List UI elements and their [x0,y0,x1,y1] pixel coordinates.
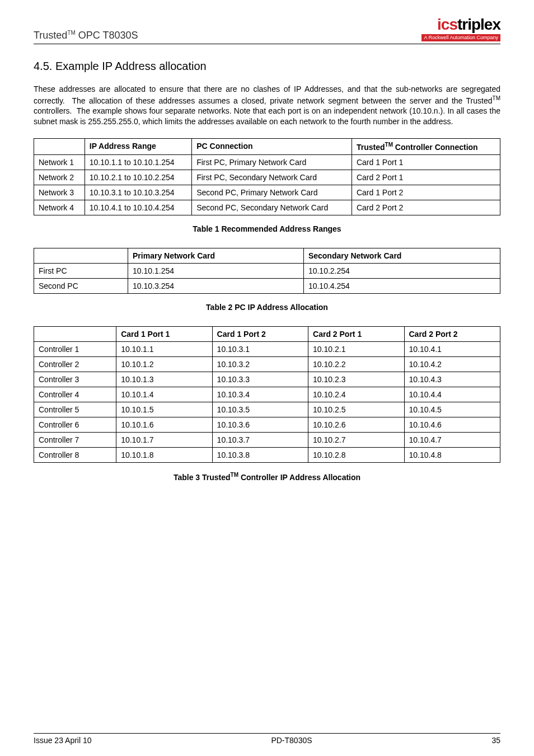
table-row: Controller 610.10.1.610.10.3.610.10.2.61… [34,417,500,432]
table-row: First PC10.10.1.25410.10.2.254 [34,263,500,278]
table-cell: Network 4 [34,200,85,215]
col-pc-conn: PC Connection [192,139,352,155]
table-row: Controller 810.10.1.810.10.3.810.10.2.81… [34,447,500,462]
table-cell: 10.10.2.3 [308,372,404,387]
table-cell: 10.10.4.3 [404,372,500,387]
table-cell: 10.10.3.1 [212,341,308,356]
page-header: TrustedTM OPC T8030S icstriplex A Rockwe… [34,17,500,44]
table-cell: 10.10.4.4 [404,387,500,402]
table-cell: 10.10.1.5 [116,402,212,417]
logo-tagline: A Rockwell Automation Company [421,34,500,41]
table-cell: Card 2 Port 2 [352,200,500,215]
col-c1p1: Card 1 Port 1 [116,326,212,341]
table-cell: 10.10.2.5 [308,402,404,417]
tm-mark: TM [67,30,75,36]
table-pc-allocation: Primary Network Card Secondary Network C… [34,248,500,294]
brand-logo: icstriplex A Rockwell Automation Company [421,17,500,41]
table-cell: 10.10.3.3 [212,372,308,387]
table-cell: 10.10.2.2 [308,356,404,372]
header-product: TrustedTM OPC T8030S [34,30,138,41]
table-cell: 10.10.1.3 [116,372,212,387]
table1-caption: Table 1 Recommended Address Ranges [34,224,500,233]
table-row: Controller 510.10.1.510.10.3.510.10.2.51… [34,402,500,417]
col-controller-conn: TrustedTM Controller Connection [352,139,500,155]
table-cell: 10.10.4.6 [404,417,500,432]
table-row: Network 410.10.4.1 to 10.10.4.254Second … [34,200,500,215]
table-cell: Network 3 [34,185,85,200]
col-c2p2: Card 2 Port 2 [404,326,500,341]
table-cell: 10.10.3.254 [128,278,304,293]
table-cell: 10.10.4.1 to 10.10.4.254 [85,200,191,215]
table-cell: First PC, Secondary Network Card [192,170,352,185]
product-suffix: OPC T8030S [76,30,138,41]
logo-triplex: triplex [457,16,500,33]
table-row: Network 110.10.1.1 to 10.10.1.254First P… [34,154,500,170]
table-cell: Controller 1 [34,341,116,356]
table-cell: Controller 2 [34,356,116,372]
table-cell: 10.10.4.5 [404,402,500,417]
table-cell: 10.10.1.1 [116,341,212,356]
table2-caption: Table 2 PC IP Address Allocation [34,303,500,312]
footer-doc: PD-T8030S [271,736,312,745]
table-cell: 10.10.1.1 to 10.10.1.254 [85,154,191,170]
table-cell: 10.10.1.4 [116,387,212,402]
table-row: Network 310.10.3.1 to 10.10.3.254Second … [34,185,500,200]
table-cell: Card 2 Port 1 [352,170,500,185]
table-cell: 10.10.3.5 [212,402,308,417]
table-cell: 10.10.1.6 [116,417,212,432]
col-blank [34,326,116,341]
table-cell: 10.10.1.7 [116,432,212,447]
table-row: Controller 210.10.1.210.10.3.210.10.2.21… [34,356,500,372]
table-cell: 10.10.3.6 [212,417,308,432]
table-cell: 10.10.2.7 [308,432,404,447]
col-c2p1: Card 2 Port 1 [308,326,404,341]
table3-caption: Table 3 TrustedTM Controller IP Address … [34,472,500,482]
page-footer: Issue 23 April 10 PD-T8030S 35 [34,733,500,745]
footer-issue: Issue 23 April 10 [34,736,92,745]
table-cell: Controller 3 [34,372,116,387]
footer-page: 35 [491,736,500,745]
table2-body: First PC10.10.1.25410.10.2.254Second PC1… [34,263,500,293]
table-cell: 10.10.4.8 [404,447,500,462]
table-address-ranges: IP Address Range PC Connection TrustedTM… [34,138,500,215]
col-blank [34,248,128,263]
table-cell: 10.10.2.1 [308,341,404,356]
table-header-row: IP Address Range PC Connection TrustedTM… [34,139,500,155]
table-cell: Second PC, Secondary Network Card [192,200,352,215]
table-cell: 10.10.1.8 [116,447,212,462]
table-cell: 10.10.4.7 [404,432,500,447]
section-title-text: Example IP Address allocation [55,60,207,72]
col-ip-range: IP Address Range [85,139,191,155]
table-cell: 10.10.1.254 [128,263,304,278]
table1-body: Network 110.10.1.1 to 10.10.1.254First P… [34,154,500,215]
table-cell: 10.10.4.2 [404,356,500,372]
table-cell: Controller 5 [34,402,116,417]
table-cell: 10.10.2.1 to 10.10.2.254 [85,170,191,185]
table-row: Controller 710.10.1.710.10.3.710.10.2.71… [34,432,500,447]
product-name: Trusted [34,30,67,41]
table-cell: Network 1 [34,154,85,170]
logo-text: icstriplex [421,17,500,32]
table-cell: Card 1 Port 2 [352,185,500,200]
table-cell: 10.10.3.4 [212,387,308,402]
table-cell: Controller 4 [34,387,116,402]
table-cell: 10.10.1.2 [116,356,212,372]
col-primary: Primary Network Card [128,248,304,263]
table-cell: Controller 8 [34,447,116,462]
table-row: Second PC10.10.3.25410.10.4.254 [34,278,500,293]
table-cell: Controller 6 [34,417,116,432]
table-cell: 10.10.3.7 [212,432,308,447]
table-cell: Network 2 [34,170,85,185]
table-cell: 10.10.3.1 to 10.10.3.254 [85,185,191,200]
table-cell: 10.10.3.2 [212,356,308,372]
table-row: Controller 310.10.1.310.10.3.310.10.2.31… [34,372,500,387]
table-cell: First PC [34,263,128,278]
table-cell: 10.10.4.254 [303,278,500,293]
col-c1p2: Card 1 Port 2 [212,326,308,341]
table-cell: Second PC, Primary Network Card [192,185,352,200]
intro-paragraph: These addresses are allocated to ensure … [34,84,500,127]
table-header-row: Primary Network Card Secondary Network C… [34,248,500,263]
table-row: Network 210.10.2.1 to 10.10.2.254First P… [34,170,500,185]
table-cell: Card 1 Port 1 [352,154,500,170]
table-row: Controller 410.10.1.410.10.3.410.10.2.41… [34,387,500,402]
